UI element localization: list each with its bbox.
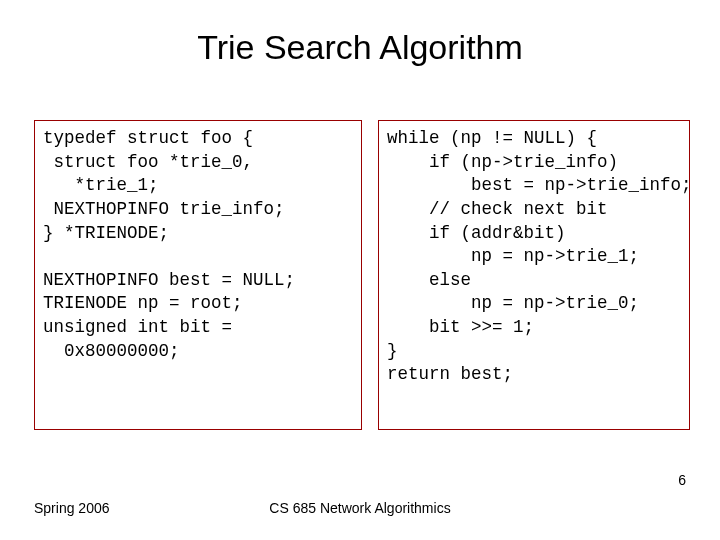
slide: Trie Search Algorithm typedef struct foo… xyxy=(0,0,720,540)
footer-center: CS 685 Network Algorithmics xyxy=(0,500,720,516)
code-box-right: while (np != NULL) { if (np->trie_info) … xyxy=(378,120,690,430)
slide-title: Trie Search Algorithm xyxy=(0,28,720,67)
code-box-left: typedef struct foo { struct foo *trie_0,… xyxy=(34,120,362,430)
page-number: 6 xyxy=(678,472,686,488)
